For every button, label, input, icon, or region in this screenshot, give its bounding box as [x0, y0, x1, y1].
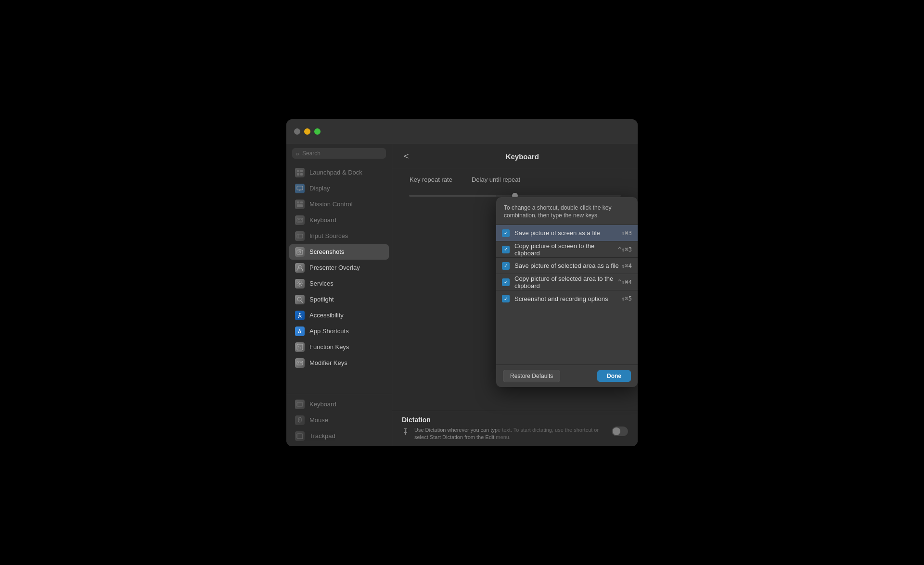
- shortcut-keys-recording: ⇧⌘5: [621, 295, 632, 302]
- sidebar-item-modifier[interactable]: Modifier Keys: [289, 355, 389, 371]
- checkmark-icon-5: ✓: [504, 296, 508, 301]
- function-icon: fn: [295, 342, 305, 352]
- checkbox-copy-screen[interactable]: ✓: [502, 246, 510, 253]
- launchpad-icon: [295, 168, 305, 177]
- shortcut-label-recording: Screenshot and recording options: [514, 295, 621, 302]
- checkbox-copy-area[interactable]: ✓: [502, 278, 510, 286]
- titlebar: [286, 119, 638, 144]
- sidebar-item-display[interactable]: Display: [289, 181, 389, 196]
- mouse-label: Mouse: [309, 416, 328, 424]
- appshortcuts-icon: A: [295, 326, 305, 336]
- svg-rect-31: [297, 402, 303, 406]
- sidebar-item-trackpad[interactable]: Trackpad: [289, 428, 389, 444]
- back-button[interactable]: <: [402, 151, 411, 163]
- sidebar-item-services[interactable]: Services: [289, 276, 389, 291]
- shortcut-row-copy-screen[interactable]: ✓ Copy picture of screen to the clipboar…: [496, 241, 638, 258]
- svg-rect-8: [300, 201, 303, 203]
- keyboard-tabs: Key repeat rate Delay until repeat: [392, 169, 638, 187]
- svg-rect-17: [297, 250, 303, 254]
- sidebar-item-mission[interactable]: Mission Control: [289, 197, 389, 212]
- sidebar-item-keyboard[interactable]: Keyboard: [289, 213, 389, 228]
- shortcut-keys-save-screen: ⇧⌘3: [621, 230, 632, 237]
- checkbox-save-screen[interactable]: ✓: [502, 229, 510, 237]
- shortcut-keys-copy-screen: ^⇧⌘3: [618, 246, 632, 253]
- svg-rect-0: [297, 170, 299, 172]
- svg-rect-7: [297, 201, 299, 203]
- svg-rect-14: [298, 221, 302, 222]
- search-input[interactable]: [302, 150, 382, 157]
- svg-rect-1: [300, 170, 303, 172]
- presenter-label: Presenter Overlay: [309, 264, 360, 271]
- mission-label: Mission Control: [309, 201, 353, 208]
- svg-line-23: [301, 301, 303, 302]
- function-label: Function Keys: [309, 343, 349, 351]
- screenshots-label: Screenshots: [309, 248, 344, 255]
- launchpad-label: Launchpad & Dock: [309, 169, 362, 176]
- shortcut-row-save-screen[interactable]: ✓ Save picture of screen as a file ⇧⌘3: [496, 225, 638, 241]
- svg-rect-11: [298, 219, 299, 220]
- window-body: ⌕ Launchpad & Dock Display: [286, 144, 638, 446]
- sidebar-item-keyboard2[interactable]: Keyboard: [289, 397, 389, 412]
- checkmark-icon-4: ✓: [504, 279, 508, 285]
- close-button[interactable]: [294, 128, 300, 135]
- svg-rect-4: [297, 186, 303, 190]
- shortcut-label-copy-screen: Copy picture of screen to the clipboard: [514, 242, 618, 257]
- svg-rect-13: [301, 219, 302, 220]
- trackpad-icon: [295, 431, 305, 441]
- traffic-lights: [294, 128, 321, 135]
- shortcut-row-save-area[interactable]: ✓ Save picture of selected area as a fil…: [496, 258, 638, 274]
- shortcut-keys-copy-area: ^⇧⌘4: [618, 279, 632, 286]
- shortcut-label-copy-area: Copy picture of selected area to the cli…: [514, 275, 618, 289]
- spotlight-label: Spotlight: [309, 296, 334, 303]
- shortcuts-popup: To change a shortcut, double-click the k…: [496, 197, 638, 388]
- checkmark-icon-3: ✓: [504, 263, 508, 268]
- shortcut-label-save-screen: Save picture of screen as a file: [514, 229, 621, 237]
- restore-defaults-button[interactable]: Restore Defaults: [503, 370, 560, 382]
- popup-footer: Restore Defaults Done: [496, 364, 638, 387]
- svg-rect-2: [297, 173, 299, 176]
- checkbox-recording[interactable]: ✓: [502, 295, 510, 302]
- sidebar-item-presenter[interactable]: Presenter Overlay: [289, 260, 389, 276]
- modifier-icon: [295, 358, 305, 368]
- shortcut-row-recording[interactable]: ✓ Screenshot and recording options ⇧⌘5: [496, 290, 638, 307]
- sidebar-item-function[interactable]: fn Function Keys: [289, 339, 389, 355]
- sidebar-item-launchpad[interactable]: Launchpad & Dock: [289, 165, 389, 180]
- shortcut-row-copy-area[interactable]: ✓ Copy picture of selected area to the c…: [496, 274, 638, 290]
- main-scroll[interactable]: Key repeat rate Delay until repeat To ch…: [392, 169, 638, 446]
- svg-text:A: A: [298, 329, 301, 334]
- svg-rect-29: [298, 362, 299, 363]
- checkmark-icon-2: ✓: [504, 247, 508, 252]
- services-label: Services: [309, 280, 334, 287]
- sidebar-list: Launchpad & Dock Display Mission Control: [286, 163, 392, 394]
- keyboard-icon: [295, 215, 305, 225]
- popup-header: To change a shortcut, double-click the k…: [496, 197, 638, 226]
- svg-rect-3: [300, 173, 303, 176]
- search-icon: ⌕: [296, 151, 299, 156]
- trackpad-label: Trackpad: [309, 432, 335, 439]
- svg-rect-15: [297, 234, 303, 238]
- checkmark-icon: ✓: [504, 230, 508, 236]
- accessibility-label: Accessibility: [309, 312, 344, 319]
- screenshots-icon: [295, 247, 305, 257]
- svg-rect-19: [298, 249, 301, 250]
- tab-key-repeat[interactable]: Key repeat rate: [400, 173, 462, 187]
- sidebar-item-screenshots[interactable]: Screenshots: [289, 244, 389, 260]
- mission-icon: [295, 200, 305, 209]
- tab-delay-repeat[interactable]: Delay until repeat: [462, 173, 530, 187]
- sidebar-item-appshortcuts[interactable]: A App Shortcuts: [289, 324, 389, 339]
- svg-rect-30: [300, 362, 302, 363]
- svg-point-18: [299, 251, 301, 253]
- search-wrap[interactable]: ⌕: [292, 148, 386, 159]
- keyboard2-icon: [295, 400, 305, 409]
- maximize-button[interactable]: [314, 128, 321, 135]
- sidebar-item-input[interactable]: Input Sources: [289, 228, 389, 244]
- sidebar-item-accessibility[interactable]: Accessibility: [289, 308, 389, 323]
- main-header: < Keyboard: [392, 144, 638, 169]
- svg-rect-34: [297, 434, 303, 439]
- done-button[interactable]: Done: [597, 370, 631, 382]
- display-label: Display: [309, 185, 330, 192]
- sidebar-item-spotlight[interactable]: Spotlight: [289, 292, 389, 307]
- sidebar-item-mouse[interactable]: Mouse: [289, 413, 389, 428]
- minimize-button[interactable]: [304, 128, 310, 135]
- checkbox-save-area[interactable]: ✓: [502, 262, 510, 270]
